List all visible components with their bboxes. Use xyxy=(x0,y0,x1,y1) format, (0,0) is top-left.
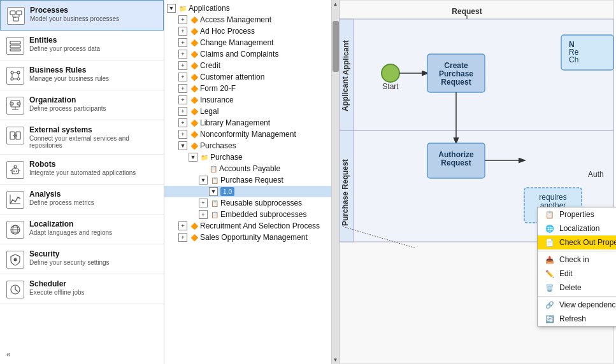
svg-rect-6 xyxy=(10,41,20,44)
tree-item-legal[interactable]: + 🔶 Legal xyxy=(164,106,331,117)
tree-item-reusable[interactable]: + 📋 Reusable subprocesses xyxy=(164,197,331,209)
nonconformity-icon: 🔶 xyxy=(190,130,199,139)
tree-item-recruitment[interactable]: + 🔶 Recruitment And Selection Process xyxy=(164,220,331,232)
context-menu-item-properties[interactable]: 📋 Properties xyxy=(538,207,616,221)
tree-label-change-management: Change Management xyxy=(200,38,273,47)
tree-label-access-management: Access Management xyxy=(200,15,271,24)
tree-item-purchase-folder[interactable]: ▼ 📁 Purchase xyxy=(164,151,331,163)
context-menu-item-refresh[interactable]: 🔄 Refresh xyxy=(538,312,616,326)
embedded-icon: 📋 xyxy=(210,210,219,219)
expand-form20f[interactable]: + xyxy=(178,84,187,93)
organization-title: Organization xyxy=(29,95,106,104)
business-rules-title: Business Rules xyxy=(29,66,109,74)
expand-recruitment[interactable]: + xyxy=(178,221,187,230)
tree-item-purchases[interactable]: ▼ 🔶 Purchases xyxy=(164,140,331,151)
expand-sales-opportunity[interactable]: + xyxy=(178,233,187,242)
svg-text:Auth: Auth xyxy=(588,170,604,179)
organization-text: Organization Define process participants xyxy=(29,95,106,112)
context-menu-item-checkout-properties[interactable]: 📄 Check Out Properties xyxy=(538,235,616,249)
scroll-up-icon[interactable]: ▲ xyxy=(333,0,338,8)
tree-item-change-management[interactable]: + 🔶 Change Management xyxy=(164,37,331,48)
expand-legal[interactable]: + xyxy=(178,107,187,116)
context-menu-item-localization[interactable]: 🌐 Localization xyxy=(538,221,616,235)
svg-rect-20 xyxy=(10,102,13,105)
processes-icon xyxy=(7,7,25,25)
sidebar-item-scheduler[interactable]: Scheduler Execute offline jobs xyxy=(0,274,164,304)
svg-point-29 xyxy=(16,171,17,172)
tree-item-sales-opportunity[interactable]: + 🔶 Sales Opportunity Management xyxy=(164,232,331,243)
expand-embedded[interactable]: + xyxy=(199,210,208,219)
tree-label-reusable: Reusable subprocesses xyxy=(220,199,302,207)
sidebar-item-security[interactable]: Security Define your security settings xyxy=(0,244,164,274)
adhoc-icon: 🔶 xyxy=(190,27,199,36)
tree-root-applications[interactable]: ▼ 📁 Applications xyxy=(164,3,331,14)
svg-rect-1 xyxy=(17,11,22,15)
customer-attention-icon: 🔶 xyxy=(190,73,199,81)
scroll-down-icon[interactable]: ▼ xyxy=(333,356,338,364)
analysis-text: Analysis Define process metrics xyxy=(29,190,94,206)
sidebar-item-external-systems[interactable]: External systems Connect your external s… xyxy=(0,120,164,155)
sidebar-item-business-rules[interactable]: Business Rules Manage your business rule… xyxy=(0,60,164,90)
sidebar-collapse-button[interactable]: « xyxy=(0,345,164,364)
expand-version-1[interactable]: ▼ xyxy=(209,187,218,196)
sidebar-item-processes[interactable]: Processes Model your business processes xyxy=(0,0,164,31)
expand-credit[interactable]: + xyxy=(178,61,187,70)
context-menu-item-view-dependencies[interactable]: 🔗 View dependencies xyxy=(538,298,616,312)
tree-item-accounts-payable[interactable]: 📋 Accounts Payable xyxy=(164,163,331,174)
svg-rect-0 xyxy=(10,11,15,15)
svg-point-11 xyxy=(11,78,13,80)
expand-access-management[interactable]: + xyxy=(178,15,187,24)
context-menu-label-delete: Delete xyxy=(559,283,582,292)
scroll-thumb[interactable] xyxy=(333,21,339,72)
collapse-arrow-icon: « xyxy=(6,350,11,359)
context-menu-item-edit[interactable]: ✏️ Edit xyxy=(538,267,616,281)
expand-adhoc[interactable]: + xyxy=(178,27,187,36)
external-systems-title: External systems xyxy=(29,125,157,134)
credit-icon: 🔶 xyxy=(190,61,199,70)
sidebar-item-organization[interactable]: Organization Define process participants xyxy=(0,90,164,120)
tree-item-claims[interactable]: + 🔶 Claims and Complaints xyxy=(164,48,331,60)
context-menu-item-checkin[interactable]: 📥 Check in xyxy=(538,253,616,267)
expand-purchases[interactable]: ▼ xyxy=(178,141,187,150)
expand-reusable[interactable]: + xyxy=(199,199,208,207)
expand-nonconformity[interactable]: + xyxy=(178,130,187,139)
svg-point-10 xyxy=(17,71,20,74)
tree-item-embedded[interactable]: + 📋 Embedded subprocesses xyxy=(164,209,331,220)
security-icon xyxy=(6,251,24,269)
context-menu-item-delete[interactable]: 🗑️ Delete xyxy=(538,281,616,295)
expand-applications[interactable]: ▼ xyxy=(167,4,176,13)
form20f-icon: 🔶 xyxy=(190,84,199,93)
sidebar-item-robots[interactable]: Robots Integrate your automated applicat… xyxy=(0,155,164,185)
svg-point-26 xyxy=(14,165,17,168)
tree-item-library-management[interactable]: + 🔶 Library Management xyxy=(164,117,331,129)
expand-insurance[interactable]: + xyxy=(178,95,187,104)
tree-scrollbar[interactable]: ▲ ▼ xyxy=(331,0,339,364)
checkin-icon: 📥 xyxy=(545,256,555,264)
tree-item-nonconformity[interactable]: + 🔶 Nonconformity Management xyxy=(164,129,331,140)
sidebar-item-localization[interactable]: Localization Adapt languages and regions xyxy=(0,214,164,244)
tree-item-version-1[interactable]: ▼ 1.0 xyxy=(164,186,331,197)
expand-claims[interactable]: + xyxy=(178,50,187,59)
tree-item-adhoc[interactable]: + 🔶 Ad Hoc Process xyxy=(164,25,331,37)
tree-item-customer-attention[interactable]: + 🔶 Customer attention xyxy=(164,71,331,83)
expand-library-management[interactable]: + xyxy=(178,118,187,127)
svg-rect-21 xyxy=(17,102,20,105)
svg-line-42 xyxy=(15,290,18,291)
tree-item-purchase-request[interactable]: ▼ 📋 Purchase Request xyxy=(164,174,331,186)
svg-text:Authorize: Authorize xyxy=(438,150,474,159)
refresh-icon: 🔄 xyxy=(545,315,555,323)
expand-change-management[interactable]: + xyxy=(178,38,187,47)
expand-purchase-request[interactable]: ▼ xyxy=(199,176,208,185)
svg-point-39 xyxy=(14,258,17,262)
expand-customer-attention[interactable]: + xyxy=(178,73,187,81)
tree-item-insurance[interactable]: + 🔶 Insurance xyxy=(164,94,331,106)
tree-item-credit[interactable]: + 🔶 Credit xyxy=(164,60,331,71)
tree-item-form20f[interactable]: + 🔶 Form 20-F xyxy=(164,83,331,94)
tree-label-nonconformity: Nonconformity Management xyxy=(200,130,296,139)
sidebar-item-entities[interactable]: Entities Define your process data xyxy=(0,31,164,60)
sidebar-item-analysis[interactable]: Analysis Define process metrics xyxy=(0,185,164,214)
tree-inner: ▼ 📁 Applications + 🔶 Access Management +… xyxy=(164,0,331,364)
business-rules-icon xyxy=(6,67,24,85)
expand-purchase-folder[interactable]: ▼ xyxy=(189,153,197,162)
tree-item-access-management[interactable]: + 🔶 Access Management xyxy=(164,14,331,25)
